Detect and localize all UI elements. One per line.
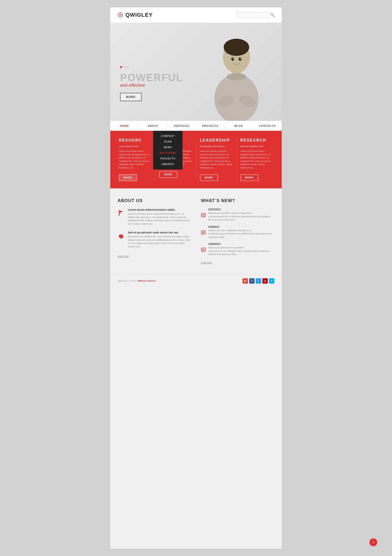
resources-more-button[interactable]: MORE (119, 174, 137, 181)
two-col-section: ABOUT US Lorem ipsum dolorinsectetuer ad… (110, 188, 282, 274)
svg-rect-27 (202, 233, 204, 234)
resources-text: Mauris fermentum dictum magned laoreet a… (119, 150, 152, 169)
googleplus-button[interactable]: g+ (243, 278, 248, 284)
red-col-leadership: LEADERSHIP Vestibulum ante ipsum. Fement… (196, 138, 237, 181)
svg-point-10 (239, 57, 242, 61)
about-item-1-heading: Lorem ipsum dolorinsectetuer adipit. (128, 208, 191, 211)
about-item-1: Lorem ipsum dolorinsectetuer adipit. Mau… (118, 208, 191, 226)
whats-new-title: WHAT`S NEW? (201, 198, 274, 203)
skype-button[interactable]: s (269, 278, 274, 284)
dropdown-projects[interactable]: PROJECTS (153, 156, 183, 161)
red-col-research: RESEARCH Aliquam dapibus tinci. Mauris f… (237, 138, 277, 181)
nav-about[interactable]: ABOUT (139, 121, 168, 131)
nav-home[interactable]: HOME (110, 121, 139, 131)
header: QWIGLEY 🔍 (110, 7, 282, 23)
site-name: QWIGLEY (125, 12, 153, 18)
scroll-to-top-button[interactable]: ⇧ (369, 538, 377, 546)
hero-person (206, 25, 267, 121)
svg-marker-14 (120, 210, 123, 213)
nav-blog[interactable]: BLOG (225, 121, 253, 131)
leadership-text: Fementum dictum magned laoreet laoreet a… (200, 150, 233, 169)
news-icon-1 (201, 209, 206, 222)
dot-3[interactable] (127, 66, 129, 68)
footer: QWIGLEY © 2013 • PRIVACY POLICY g+ f t p… (110, 274, 282, 287)
about-item-2-heading: Sed ut perspiciatis unde omnis iste nat. (128, 231, 191, 234)
twitter-button[interactable]: t (256, 278, 261, 284)
svg-point-4 (224, 39, 249, 56)
dropdown-solutions[interactable]: SOLUTIONS (153, 150, 183, 156)
news-item-3: 14/09/2013 Intput ports quibsaum est qui… (201, 243, 274, 256)
news-title-3: Intput ports quibsaum est qui dictenn. (208, 246, 274, 250)
dot-2[interactable] (123, 66, 125, 68)
research-text: Mauris fermentum dictum magned laoreet a… (240, 150, 273, 169)
hero-dots (120, 66, 183, 68)
facebook-button[interactable]: f (249, 278, 255, 284)
dropdown-team[interactable]: TEAM (153, 139, 183, 145)
leadership-more-button[interactable]: MORE (200, 174, 218, 181)
news-icon-2 (201, 226, 206, 239)
svg-rect-25 (202, 232, 204, 232)
whats-new-section: WHAT`S NEW? 23/07/2013 Pellentesue sed d… (201, 198, 274, 265)
svg-rect-19 (121, 237, 122, 239)
search-button[interactable]: 🔍 (270, 13, 274, 17)
svg-point-9 (231, 57, 234, 61)
news-title-2: Aenean nec eros. Vestibulum ante ipsum p… (208, 229, 274, 232)
resources-subtitle: Lorem ipsum dolo (119, 145, 152, 148)
news-date-2: 2/08/2013 (208, 226, 274, 228)
svg-point-6 (227, 73, 246, 80)
hero-subtitle: and effective (120, 83, 183, 88)
svg-rect-23 (202, 216, 204, 216)
about-dropdown: COMPANY TEAM NEWS SOLUTIONS PROJECTS AWA… (153, 131, 183, 169)
about-us-section: ABOUT US Lorem ipsum dolorinsectetuer ad… (118, 198, 191, 265)
nav-contacts[interactable]: CONTACTS (253, 121, 282, 131)
news-read-more[interactable]: read more (201, 261, 212, 264)
about-us-title: ABOUT US (118, 198, 191, 203)
about-read-more[interactable]: read more (118, 255, 129, 258)
hero-title: POWERFUL (120, 73, 183, 83)
dot-1[interactable] (120, 66, 122, 68)
research-subtitle: Aliquam dapibus tinci. (240, 145, 273, 148)
nav-projects[interactable]: PROJECTS (196, 121, 225, 131)
svg-rect-31 (202, 250, 204, 251)
news-item-1: 23/07/2013 Pellentesue sed dolor. Aliqua… (201, 208, 274, 222)
nav-services[interactable]: SERVICES (167, 121, 196, 131)
hero-banner: POWERFUL and effective MORE (110, 23, 282, 121)
news-date-3: 14/09/2013 (208, 243, 274, 245)
news-text-1: Laoreet aliquam leo. Ut telluribus eget … (208, 215, 274, 222)
flag-icon (118, 209, 125, 217)
svg-rect-21 (202, 214, 204, 215)
svg-point-1 (120, 14, 121, 16)
resources-title: RESOURC (119, 138, 152, 143)
red-col-resources: RESOURC Lorem ipsum dolo Mauris fermentu… (115, 138, 156, 181)
leadership-subtitle: Vestibulum ante ipsum. (200, 145, 233, 148)
privacy-policy-link[interactable]: PRIVACY POLICY (138, 280, 156, 282)
news-text-2: Ut telluribus eget elementum vel cultelf… (208, 232, 274, 239)
dropdown-awards[interactable]: AWARDS (153, 161, 183, 167)
research-more-button[interactable]: MORE (240, 174, 258, 181)
social-icons: g+ f t p s (243, 278, 274, 284)
hero-cta-button[interactable]: MORE (120, 93, 142, 101)
svg-rect-22 (202, 215, 204, 216)
strategy-more-button[interactable]: MORE (159, 171, 177, 178)
about-item-1-text: Mauris fermentum dictum magned laoreet a… (128, 212, 191, 226)
main-nav: HOME ABOUT SERVICES PROJECTS BLOG CONTAC… (110, 121, 282, 131)
svg-rect-13 (119, 210, 120, 216)
research-title: RESEARCH (240, 138, 273, 143)
red-features-section: RESOURC Lorem ipsum dolo Mauris fermentu… (110, 131, 282, 188)
pinterest-button[interactable]: p (262, 278, 268, 284)
svg-point-0 (118, 13, 122, 17)
search-input[interactable] (237, 12, 269, 18)
footer-copy: QWIGLEY © 2013 • PRIVACY POLICY (118, 280, 156, 282)
logo-icon (118, 12, 123, 18)
dropdown-company[interactable]: COMPANY (153, 133, 183, 139)
svg-rect-26 (202, 232, 204, 233)
news-item-2: 2/08/2013 Aenean nec eros. Vestibulum an… (201, 226, 274, 239)
news-date-1: 23/07/2013 (208, 208, 274, 211)
svg-rect-30 (202, 250, 204, 250)
about-item-2-text: Elementum vel cultelfend elit. Aean auct… (128, 235, 191, 248)
svg-point-11 (233, 58, 234, 59)
cloud-icon (118, 232, 125, 239)
svg-rect-29 (202, 249, 204, 249)
dropdown-news[interactable]: NEWS (153, 145, 183, 150)
leadership-title: LEADERSHIP (200, 138, 233, 143)
